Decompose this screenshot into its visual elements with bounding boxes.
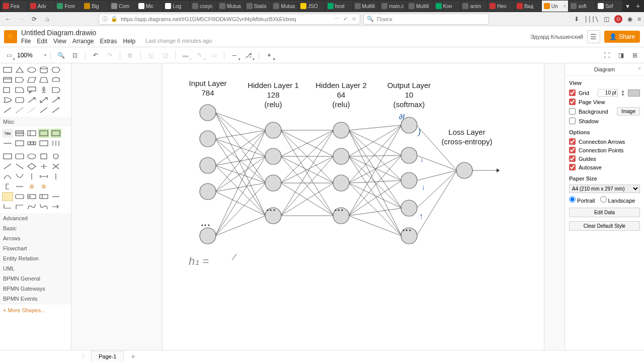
shape-button[interactable] — [2, 192, 13, 201]
shape-ellipse2[interactable] — [26, 152, 37, 161]
grid-size-input[interactable] — [598, 89, 618, 97]
palette-arrows[interactable]: Arrows — [0, 233, 71, 243]
shape-thin-line[interactable] — [38, 106, 49, 115]
document-title[interactable]: Untitled Diagram.drawio — [21, 29, 212, 37]
shape-bidir-arrow[interactable] — [38, 96, 49, 105]
background-image-button[interactable]: Image — [617, 107, 640, 116]
shape-parallelogram[interactable] — [26, 75, 37, 84]
edit-data-button[interactable]: Edit Data — [569, 208, 640, 217]
shape-cylinder[interactable] — [38, 65, 49, 74]
palette-advanced[interactable]: Advanced — [0, 213, 71, 223]
conn-arrows-checkbox[interactable] — [569, 138, 576, 145]
shape-and[interactable] — [50, 85, 61, 95]
browser-tab[interactable]: Big — [82, 1, 109, 12]
shapes-sidebar[interactable]: Misc Title — [0, 63, 71, 350]
account-icon[interactable]: ◉ — [627, 16, 632, 23]
shape-circle[interactable] — [50, 152, 61, 161]
menu-extras[interactable]: Extras — [100, 38, 117, 45]
page-tab-menu[interactable]: ⋮ — [75, 353, 91, 359]
shape-ellipse[interactable] — [26, 65, 37, 74]
shape-x[interactable] — [50, 162, 61, 171]
shape-vert2[interactable] — [50, 172, 61, 181]
menu-view[interactable]: View — [53, 38, 66, 45]
shape-curve[interactable] — [2, 172, 13, 181]
guides-checkbox[interactable] — [569, 155, 576, 162]
forward-button[interactable]: → — [16, 14, 26, 24]
shape-callout[interactable] — [26, 85, 37, 95]
palette-entity[interactable]: Entity Relation — [0, 253, 71, 263]
home-button[interactable]: ⌂ — [42, 14, 52, 24]
browser-tab[interactable]: Mutua — [217, 1, 244, 12]
shape-trapezoid[interactable] — [38, 75, 49, 84]
shape-misc[interactable] — [26, 129, 37, 138]
browser-tab[interactable]: soft — [569, 1, 595, 12]
back-button[interactable]: ← — [3, 14, 13, 24]
browser-tab[interactable]: Heo — [488, 1, 514, 12]
landscape-radio[interactable]: Landscape — [600, 196, 635, 204]
palette-uml[interactable]: UML — [0, 263, 71, 274]
menu-icon[interactable]: ≡ — [637, 16, 641, 23]
shape-rect[interactable] — [2, 65, 13, 74]
shape-arrow-ne[interactable] — [26, 96, 37, 105]
shape-line-arrow[interactable] — [50, 106, 61, 115]
shape-hline2[interactable] — [50, 192, 61, 201]
shape-arrow-r[interactable] — [50, 202, 61, 211]
shape-misc[interactable]: Title — [2, 129, 13, 138]
browser-search[interactable]: 🔍 Поиск — [363, 14, 489, 25]
shape-rect2[interactable] — [2, 152, 13, 161]
view-mode-button[interactable]: ▭ — [3, 49, 15, 61]
browser-tab[interactable]: host — [326, 1, 352, 12]
grid-color-swatch[interactable] — [628, 89, 640, 97]
shape-misc[interactable] — [14, 139, 25, 148]
browser-tab[interactable]: Mic — [136, 1, 163, 12]
app-logo[interactable]: 🔶 — [4, 30, 17, 43]
shape-or[interactable] — [2, 96, 13, 105]
shape-diamond[interactable] — [26, 162, 37, 171]
menu-edit[interactable]: Edit — [37, 38, 47, 45]
background-checkbox[interactable] — [569, 108, 576, 115]
undo-button[interactable]: ↶ — [90, 49, 102, 61]
shape-misc[interactable] — [2, 139, 13, 148]
browser-tab[interactable]: Adv — [28, 1, 55, 12]
outline-panel-button[interactable]: ⊞ — [629, 49, 641, 61]
shape-note[interactable] — [14, 85, 25, 95]
shape-elbow[interactable] — [2, 202, 13, 211]
browser-tab[interactable]: Fore — [55, 1, 82, 12]
shape-elbow2[interactable] — [14, 202, 25, 211]
shadow-button[interactable]: ▭ — [208, 49, 220, 61]
last-change-label[interactable]: Last change 6 minutes ago — [145, 38, 212, 45]
waypoints-button[interactable]: ⎇ — [243, 49, 255, 61]
more-shapes-button[interactable]: + More Shapes... — [0, 304, 71, 316]
fill-color-button[interactable]: ▬ — [180, 49, 192, 61]
shape-hline[interactable] — [14, 182, 25, 191]
reload-button[interactable]: ⟳ — [29, 14, 39, 24]
reader-icon[interactable]: ⋯ — [334, 16, 339, 22]
shape-s-curve2[interactable] — [38, 202, 49, 211]
browser-tab[interactable]: Bид — [515, 1, 541, 12]
shape-actor[interactable] — [38, 85, 49, 95]
to-back-button[interactable]: ◲ — [159, 49, 171, 61]
shape-bracket[interactable] — [2, 182, 13, 191]
shield-icon[interactable]: ⓘ — [102, 15, 108, 23]
palette-bpmn-general[interactable]: BPMN General — [0, 274, 71, 284]
shape-gear[interactable]: ⚙ — [26, 182, 37, 191]
shape-cloud[interactable] — [50, 75, 61, 84]
shape-misc[interactable] — [50, 129, 61, 138]
shape-blank[interactable] — [50, 182, 61, 191]
shape-diag2[interactable] — [14, 162, 25, 171]
close-icon[interactable]: × — [564, 4, 567, 9]
insert-button[interactable]: + — [263, 49, 275, 61]
autosave-checkbox[interactable] — [569, 164, 576, 170]
menu-file[interactable]: File — [21, 38, 31, 45]
conn-points-checkbox[interactable] — [569, 147, 576, 153]
browser-tab[interactable]: main.c — [379, 1, 406, 12]
shape-s-curve[interactable] — [26, 202, 37, 211]
shape-misc[interactable] — [38, 139, 49, 148]
format-panel-button[interactable]: ◨ — [615, 49, 627, 61]
browser-tab[interactable]: anim — [460, 1, 487, 12]
new-tab-button[interactable]: + — [633, 2, 643, 10]
shape-rounded2[interactable] — [14, 152, 25, 161]
palette-bpmn-gateways[interactable]: BPMN Gateways — [0, 284, 71, 294]
shape-misc[interactable] — [14, 129, 25, 138]
browser-tab[interactable]: Multili — [407, 1, 433, 12]
